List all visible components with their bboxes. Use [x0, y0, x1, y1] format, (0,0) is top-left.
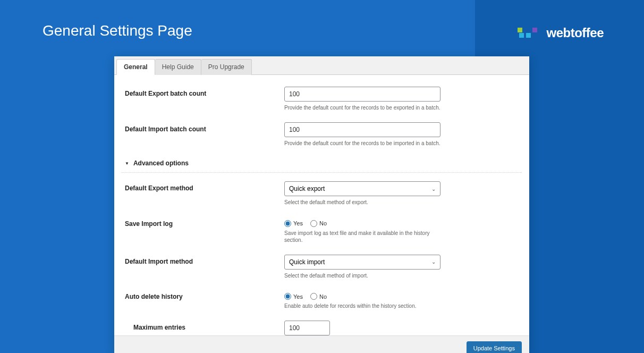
help-import-batch: Provide the default count for the record… [284, 140, 440, 147]
chevron-down-icon: ⌄ [431, 186, 436, 192]
label-export-method: Default Export method [122, 181, 284, 192]
settings-panel: General Help Guide Pro Upgrade Default E… [114, 56, 529, 353]
chevron-down-icon: ⌄ [431, 259, 436, 265]
tab-general[interactable]: General [116, 59, 155, 75]
row-import-method: Default Import method Quick import ⌄ Sel… [122, 255, 522, 280]
row-auto-delete: Auto delete history Yes No Enable auto d… [122, 290, 522, 310]
select-export-method-value: Quick export [289, 185, 325, 192]
panel-footer: Update Settings [114, 335, 529, 353]
radio-auto-delete-no[interactable]: No [310, 293, 327, 300]
row-export-batch: Default Export batch count Provide the d… [122, 87, 522, 112]
help-import-method: Select the default method of import. [284, 272, 440, 280]
input-import-batch[interactable] [284, 122, 440, 137]
label-import-batch: Default Import batch count [122, 122, 284, 133]
help-save-import-log: Save import log as text file and make it… [284, 230, 440, 244]
help-auto-delete: Enable auto delete for records within th… [284, 302, 440, 310]
page-title: General Settings Page [43, 22, 192, 39]
update-settings-button[interactable]: Update Settings [467, 341, 522, 353]
label-save-import-log: Save Import log [122, 217, 284, 228]
select-import-method-value: Quick import [289, 258, 325, 266]
label-auto-delete: Auto delete history [122, 290, 284, 300]
tab-help-guide[interactable]: Help Guide [155, 59, 201, 75]
logo-icon [518, 28, 542, 38]
select-import-method[interactable]: Quick import ⌄ [284, 255, 440, 270]
label-import-method: Default Import method [122, 255, 284, 265]
tabs-bar: General Help Guide Pro Upgrade [114, 56, 529, 75]
tab-pro-upgrade[interactable]: Pro Upgrade [201, 59, 252, 75]
triangle-down-icon: ▼ [125, 161, 129, 166]
help-export-method: Select the default method of export. [284, 199, 440, 206]
input-max-entries[interactable] [284, 321, 330, 335]
help-export-batch: Provide the default count for the record… [284, 104, 440, 112]
brand-logo: webtoffee [518, 26, 604, 40]
radio-save-log-yes[interactable]: Yes [284, 220, 303, 227]
advanced-options-toggle[interactable]: ▼ Advanced options [122, 157, 522, 173]
advanced-heading: Advanced options [133, 159, 189, 167]
row-import-batch: Default Import batch count Provide the d… [122, 122, 522, 147]
select-export-method[interactable]: Quick export ⌄ [284, 181, 440, 196]
input-export-batch[interactable] [284, 87, 440, 102]
label-export-batch: Default Export batch count [122, 87, 284, 97]
brand-name: webtoffee [546, 26, 604, 40]
row-export-method: Default Export method Quick export ⌄ Sel… [122, 181, 522, 206]
row-save-import-log: Save Import log Yes No Save import log a… [122, 217, 522, 244]
radio-save-log-no[interactable]: No [310, 220, 327, 227]
radio-auto-delete-yes[interactable]: Yes [284, 293, 303, 300]
row-max-entries: Maximum entries Indicates the maximum re… [122, 321, 522, 336]
label-max-entries: Maximum entries [122, 321, 284, 331]
panel-body: Default Export batch count Provide the d… [114, 75, 529, 335]
